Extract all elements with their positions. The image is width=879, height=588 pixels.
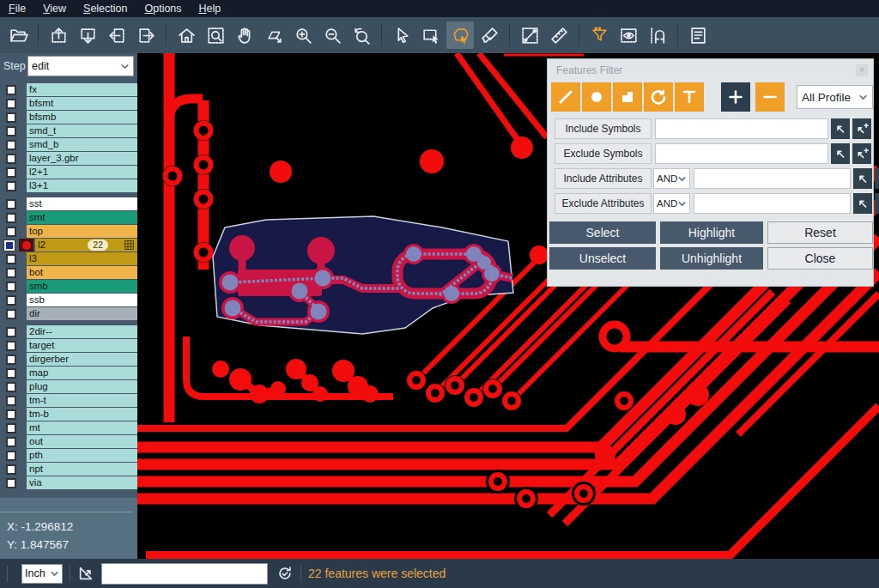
pan-hand-icon[interactable]: [231, 21, 258, 49]
menu-selection[interactable]: Selection: [75, 1, 136, 16]
layer-checkbox-out[interactable]: [6, 437, 16, 447]
layer-checkbox-fx[interactable]: [6, 85, 16, 95]
zoom-window-icon[interactable]: [202, 21, 229, 49]
layer-row-out[interactable]: out: [0, 435, 137, 448]
layer-checkbox-layer_3.gbr[interactable]: [6, 154, 16, 164]
layer-row-2dir--[interactable]: 2dir--: [0, 325, 137, 338]
line-filter-toggle-icon[interactable]: [551, 82, 580, 112]
layer-checkbox-tm-b[interactable]: [6, 409, 16, 420]
zoom-in-icon[interactable]: [289, 21, 317, 49]
layer-row-dir[interactable]: dir: [0, 307, 137, 320]
layer-checkbox-dirgerber[interactable]: [6, 355, 16, 365]
menu-view[interactable]: View: [34, 1, 75, 16]
add-filter-icon[interactable]: [721, 82, 750, 112]
exclude-attributes-field[interactable]: [694, 193, 851, 214]
move-up-icon[interactable]: [45, 21, 72, 49]
layer-checkbox-dir[interactable]: [6, 309, 16, 319]
step-select[interactable]: edit: [27, 56, 134, 76]
layer-row-mt[interactable]: mt: [0, 421, 137, 434]
show-features-icon[interactable]: [615, 21, 642, 49]
layer-row-pth[interactable]: pth: [0, 449, 137, 462]
include-attributes-logic-select[interactable]: AND: [653, 168, 690, 189]
remove-filter-icon[interactable]: [755, 82, 785, 112]
zoom-area-icon[interactable]: [260, 21, 288, 49]
layer-checkbox-sst[interactable]: [6, 199, 16, 209]
feature-properties-icon[interactable]: [684, 21, 712, 49]
zoom-out-icon[interactable]: [318, 21, 346, 49]
layer-row-npt[interactable]: npt: [0, 463, 137, 476]
select-rectangle-icon[interactable]: [417, 21, 445, 49]
snap-mode-icon[interactable]: [644, 21, 671, 49]
text-filter-toggle-icon[interactable]: [675, 82, 704, 112]
measure-distance-icon[interactable]: [516, 21, 543, 49]
layer-row-map[interactable]: map: [0, 367, 137, 379]
layer-checkbox-ssb[interactable]: [6, 295, 16, 306]
layer-checkbox-l2[interactable]: [4, 240, 15, 251]
zoom-previous-icon[interactable]: [348, 21, 375, 49]
layer-row-l3[interactable]: l3: [0, 252, 137, 265]
layer-row-bot[interactable]: bot: [0, 266, 137, 279]
layer-row-top[interactable]: top: [0, 225, 137, 238]
layer-row-plug[interactable]: plug: [0, 380, 137, 393]
unhighlight-button[interactable]: Unhighlight: [660, 247, 763, 270]
pad-filter-toggle-icon[interactable]: [582, 82, 611, 112]
pick-symbol-add-button[interactable]: [852, 143, 871, 164]
pick-attribute-add-button[interactable]: [875, 193, 879, 214]
exclude-attributes-logic-select[interactable]: AND: [653, 193, 690, 214]
pick-symbol-button[interactable]: [831, 118, 850, 139]
measure-ruler-icon[interactable]: [545, 21, 573, 49]
layer-row-smd_b[interactable]: smd_b: [0, 138, 137, 151]
pick-attribute-button[interactable]: [853, 193, 872, 214]
layer-row-fx[interactable]: fx: [0, 83, 137, 96]
layer-checkbox-smt[interactable]: [6, 213, 16, 223]
pick-attribute-add-button[interactable]: [875, 168, 879, 189]
layer-checkbox-via[interactable]: [6, 478, 16, 488]
layer-checkbox-smd_b[interactable]: [6, 140, 16, 150]
paint-select-icon[interactable]: [476, 21, 503, 49]
dialog-close-button[interactable]: ×: [856, 64, 868, 76]
layer-checkbox-l3[interactable]: [6, 254, 16, 264]
pcb-canvas[interactable]: Features Filter × All Profile Include Sy…: [137, 53, 879, 559]
layer-checkbox-smb[interactable]: [6, 282, 16, 292]
layer-checkbox-mt[interactable]: [6, 423, 16, 433]
layer-checkbox-top[interactable]: [6, 227, 16, 237]
select-pointer-icon[interactable]: [388, 21, 415, 49]
layer-row-bfsmt[interactable]: bfsmt: [0, 97, 137, 110]
layer-checkbox-tm-t[interactable]: [6, 396, 16, 406]
layer-row-sst[interactable]: sst: [0, 197, 137, 210]
reset-button[interactable]: Reset: [767, 221, 873, 244]
layer-checkbox-npt[interactable]: [6, 464, 16, 475]
sync-icon[interactable]: [276, 565, 294, 582]
unselect-button[interactable]: Unselect: [549, 247, 656, 270]
layer-row-tm-t[interactable]: tm-t: [0, 394, 137, 407]
move-down-icon[interactable]: [74, 21, 101, 49]
layer-checkbox-bot[interactable]: [6, 268, 16, 278]
layer-row-l2[interactable]: l222: [0, 239, 137, 252]
layer-row-target[interactable]: target: [0, 339, 137, 352]
arc-filter-toggle-icon[interactable]: [644, 82, 673, 112]
layer-checkbox-2dir--[interactable]: [6, 327, 16, 337]
command-input[interactable]: [101, 563, 268, 585]
include-attributes-button[interactable]: Include Attributes: [555, 168, 652, 189]
layer-row-bfsmb[interactable]: bfsmb: [0, 111, 137, 124]
home-view-icon[interactable]: [173, 21, 200, 49]
layer-checkbox-smd_t[interactable]: [6, 126, 16, 136]
menu-help[interactable]: Help: [191, 1, 230, 16]
layer-row-l3+1[interactable]: l3+1: [0, 179, 137, 192]
open-file-icon[interactable]: [4, 21, 32, 49]
surface-filter-toggle-icon[interactable]: [613, 82, 642, 112]
layer-row-dirgerber[interactable]: dirgerber: [0, 353, 137, 366]
pick-attribute-button[interactable]: [853, 168, 872, 189]
exclude-symbols-field[interactable]: [655, 143, 828, 164]
layer-checkbox-pth[interactable]: [6, 451, 16, 461]
layer-checkbox-map[interactable]: [6, 368, 16, 379]
layer-row-tm-b[interactable]: tm-b: [0, 408, 137, 421]
layer-checkbox-target[interactable]: [6, 341, 16, 351]
unit-select[interactable]: Inch: [21, 564, 63, 584]
snap-angle-icon[interactable]: [77, 565, 94, 582]
layer-checkbox-l2+1[interactable]: [6, 167, 16, 178]
move-right-icon[interactable]: [132, 21, 160, 49]
layer-checkbox-bfsmb[interactable]: [6, 112, 16, 123]
layer-row-l2+1[interactable]: l2+1: [0, 166, 137, 179]
profile-select[interactable]: All Profile: [797, 85, 873, 109]
